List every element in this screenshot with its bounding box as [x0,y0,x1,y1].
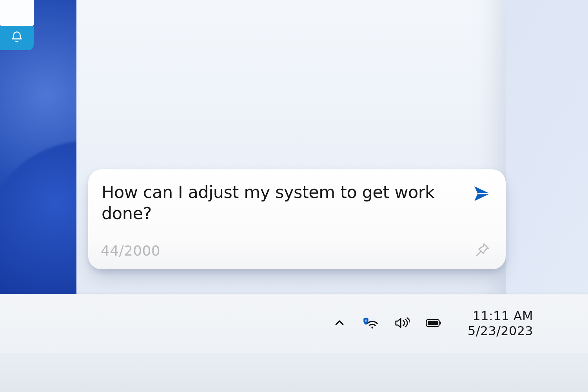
send-icon [472,184,492,205]
notifications-tab[interactable] [0,26,34,50]
bell-icon [10,31,24,45]
chat-input-card: 44/2000 [88,169,506,269]
battery-icon [426,315,441,332]
below-taskbar [0,353,588,392]
wifi-secure-icon [363,315,379,332]
char-counter: 44/2000 [101,243,160,259]
volume-button[interactable] [393,315,411,333]
taskbar-clock[interactable]: 11:11 AM 5/23/2023 [468,309,533,338]
send-button[interactable] [471,183,492,205]
pin-icon [474,241,491,260]
svg-rect-4 [428,321,438,325]
chat-input[interactable] [101,181,463,230]
speaker-icon [394,315,410,332]
tray-overflow-button[interactable] [330,315,348,333]
svg-rect-2 [366,320,367,322]
svg-point-1 [365,319,367,320]
desktop: 44/2000 [0,0,588,392]
svg-rect-5 [440,321,441,324]
battery-button[interactable] [425,315,443,333]
network-button[interactable] [362,315,380,333]
sidebar-strip [0,0,34,26]
clock-time: 11:11 AM [473,309,533,323]
clock-date: 5/23/2023 [468,324,533,338]
taskbar: 11:11 AM 5/23/2023 [0,294,588,353]
chevron-up-icon [334,317,345,330]
svg-point-0 [371,327,373,328]
pin-button[interactable] [472,240,492,261]
